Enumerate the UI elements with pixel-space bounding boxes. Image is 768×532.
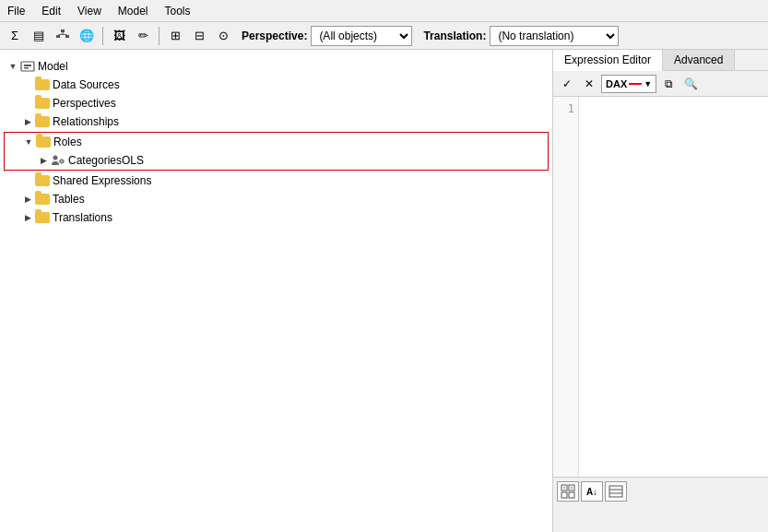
toolbar-btn-globe[interactable]: 🌐 — [76, 25, 98, 47]
toolbar-btn-circle[interactable]: ⊙ — [212, 25, 234, 47]
dax-dropdown-icon: ▼ — [644, 79, 652, 89]
tree-rel-label: Relationships — [53, 115, 119, 128]
tree-node-data-sources[interactable]: Data Sources — [4, 76, 549, 94]
toolbar-btn-hierarchy[interactable] — [52, 25, 74, 47]
tree-node-categories-ols[interactable]: ▶ — [5, 151, 548, 170]
tree-node-relationships[interactable]: ▶ Relationships — [4, 112, 549, 131]
bottom-panel: A↓ — [553, 477, 768, 532]
expr-search-btn[interactable]: 🔍 — [680, 74, 701, 94]
sort-label: A↓ — [586, 487, 597, 497]
folder-icon-roles — [36, 135, 51, 149]
tree-se-label: Shared Expressions — [53, 174, 151, 187]
svg-rect-18 — [561, 492, 567, 498]
toolbar-btn-calc[interactable]: ⊟ — [188, 25, 210, 47]
roles-expander: ▼ — [21, 135, 36, 149]
folder-icon-trans — [35, 210, 50, 225]
left-panel: ▼ Model Data Sources — [0, 50, 553, 532]
tabs-row: Expression Editor Advanced — [553, 50, 768, 71]
menu-view[interactable]: View — [77, 5, 101, 18]
perspective-section: Perspective: (All objects) — [242, 26, 412, 46]
expr-check-btn[interactable]: ✓ — [557, 74, 577, 94]
folder-icon-tables — [35, 192, 50, 207]
model-expander: ▼ — [6, 59, 20, 74]
dax-label: DAX — [606, 78, 627, 89]
tables-expander: ▶ — [20, 192, 35, 207]
toolbar-btn-image[interactable]: 🖼 — [108, 25, 130, 47]
dax-btn[interactable]: DAX ▼ — [601, 75, 656, 93]
editor-content[interactable] — [579, 97, 768, 477]
expr-copy-btn[interactable]: ⧉ — [658, 74, 679, 94]
separator2 — [159, 27, 160, 45]
tree-node-shared-expr[interactable]: Shared Expressions — [4, 171, 549, 190]
svg-rect-19 — [569, 492, 574, 498]
tree-persp-label: Perspectives — [53, 97, 116, 110]
menu-file[interactable]: File — [7, 5, 25, 18]
svg-rect-1 — [56, 35, 60, 38]
tree-node-roles[interactable]: ▼ Roles — [5, 133, 548, 151]
menu-model[interactable]: Model — [118, 5, 148, 18]
svg-point-9 — [53, 156, 58, 160]
se-expander — [20, 173, 35, 188]
tree-ds-label: Data Sources — [53, 78, 120, 91]
dax-red-line — [629, 83, 642, 85]
menu-tools[interactable]: Tools — [165, 5, 191, 18]
toolbar-btn-grid[interactable]: ⊞ — [164, 25, 186, 47]
svg-rect-2 — [65, 35, 69, 38]
right-panel: Expression Editor Advanced ✓ ✕ DAX ▼ ⧉ 🔍… — [553, 50, 768, 532]
folder-icon-ds — [35, 77, 50, 92]
rel-expander: ▶ — [20, 114, 35, 129]
tree-node-translations[interactable]: ▶ Translations — [4, 208, 549, 227]
toolbar-btn-edit[interactable]: ✏ — [132, 25, 154, 47]
tree-trans-label: Translations — [53, 211, 112, 224]
tree-container: ▼ Model Data Sources — [0, 53, 552, 231]
svg-rect-8 — [24, 67, 29, 69]
toolbar-btn-table[interactable]: ▤ — [28, 25, 50, 47]
trans-expander: ▶ — [20, 210, 35, 225]
svg-rect-0 — [61, 30, 65, 32]
menu-edit[interactable]: Edit — [41, 5, 61, 18]
tree-node-tables[interactable]: ▶ Tables — [4, 190, 549, 208]
bottom-grid-btn[interactable] — [557, 481, 579, 502]
svg-line-4 — [58, 34, 63, 35]
bottom-sort-btn[interactable]: A↓ — [581, 481, 603, 502]
translation-label: Translation: — [423, 30, 486, 42]
tree-cat-label: CategoriesOLS — [68, 154, 144, 167]
ds-expander — [20, 77, 35, 92]
tree-node-model[interactable]: ▼ Model — [4, 57, 549, 76]
folder-icon-rel — [35, 114, 50, 129]
bottom-toolbar: A↓ — [557, 481, 627, 502]
folder-icon-se — [35, 173, 50, 188]
perspective-label: Perspective: — [242, 30, 307, 42]
cat-expander: ▶ — [36, 153, 51, 168]
line-numbers: 1 — [553, 97, 579, 477]
svg-rect-22 — [609, 486, 622, 497]
bottom-list-btn[interactable] — [605, 481, 627, 502]
toolbar-row1: Σ ▤ 🌐 🖼 ✏ ⊞ ⊟ ⊙ Perspective: (All object… — [0, 22, 768, 50]
svg-line-5 — [63, 34, 67, 35]
tree-roles-label: Roles — [53, 136, 82, 148]
svg-point-11 — [61, 160, 63, 162]
translation-section: Translation: (No translation) — [423, 26, 619, 46]
tree-model-label: Model — [38, 60, 68, 73]
persp-expander — [20, 96, 35, 111]
separator1 — [102, 27, 103, 45]
expr-cancel-btn[interactable]: ✕ — [579, 74, 599, 94]
role-item-icon — [51, 153, 65, 168]
tree-tables-label: Tables — [53, 193, 85, 206]
expression-toolbar: ✓ ✕ DAX ▼ ⧉ 🔍 — [553, 71, 768, 97]
roles-section: ▼ Roles ▶ — [4, 132, 549, 171]
tab-advanced[interactable]: Advanced — [663, 50, 735, 70]
perspective-select[interactable]: (All objects) — [311, 26, 412, 46]
main-content: ▼ Model Data Sources — [0, 50, 768, 532]
menu-bar: File Edit View Model Tools — [0, 0, 768, 22]
toolbar-btn-sigma[interactable]: Σ — [4, 25, 26, 47]
model-icon — [20, 59, 35, 74]
svg-rect-7 — [24, 65, 31, 66]
tab-expression-editor[interactable]: Expression Editor — [553, 50, 663, 71]
translation-select[interactable]: (No translation) — [490, 26, 619, 46]
line-number-1: 1 — [557, 100, 574, 117]
expression-editor-area: 1 — [553, 97, 768, 477]
folder-icon-persp — [35, 96, 50, 111]
tree-node-perspectives[interactable]: Perspectives — [4, 94, 549, 112]
